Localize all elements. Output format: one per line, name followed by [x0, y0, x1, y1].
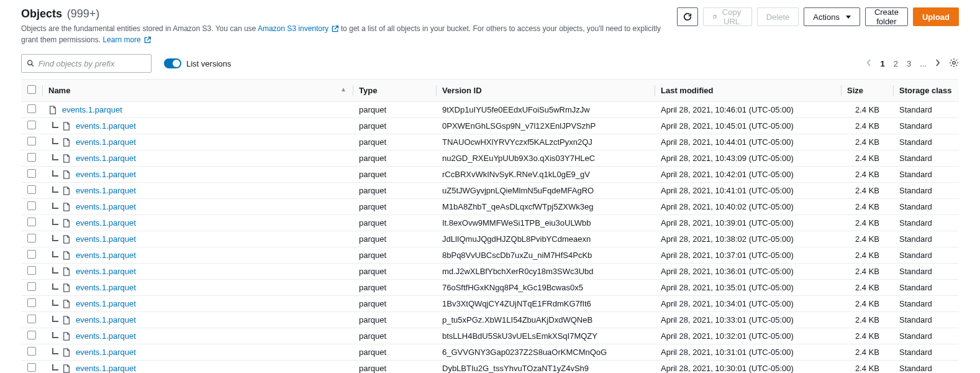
file-icon: [62, 316, 71, 325]
object-link[interactable]: events.1.parquet: [76, 283, 136, 292]
row-checkbox[interactable]: [27, 153, 36, 162]
cell-version-id: M1bA8ZhbT_qeAsDLqxcfWTpj5ZXWk3eg: [436, 199, 655, 215]
settings-button[interactable]: [949, 58, 959, 70]
caret-down-icon: [846, 16, 851, 19]
list-versions-label: List versions: [186, 59, 231, 68]
row-checkbox[interactable]: [27, 185, 36, 194]
object-link[interactable]: events.1.parquet: [76, 154, 136, 163]
search-icon: [27, 59, 35, 68]
row-checkbox[interactable]: [27, 137, 36, 145]
page-1[interactable]: 1: [880, 59, 884, 68]
list-versions-toggle[interactable]: [164, 58, 181, 68]
actions-menu-button[interactable]: Actions: [804, 7, 860, 26]
file-icon: [48, 106, 57, 114]
object-link[interactable]: events.1.parquet: [76, 170, 136, 179]
refresh-button[interactable]: [677, 7, 698, 26]
col-type[interactable]: Type: [353, 80, 436, 102]
cell-last-modified: April 28, 2021, 10:40:02 (UTC-05:00): [655, 199, 841, 215]
cell-last-modified: April 28, 2021, 10:37:01 (UTC-05:00): [655, 247, 841, 264]
object-link[interactable]: events.1.parquet: [62, 105, 122, 114]
s3-inventory-link[interactable]: Amazon S3 inventory: [258, 24, 329, 33]
row-checkbox[interactable]: [27, 234, 36, 242]
table-row: events.1.parquetparquet76oSftfHGxKNgq8P4…: [21, 280, 959, 296]
cell-storage-class: Standard: [893, 102, 959, 118]
object-link[interactable]: events.1.parquet: [76, 331, 136, 341]
table-row: events.1.parquetparquet0PXWEnGhLSGsp9N_v…: [21, 118, 959, 134]
file-icon: [62, 267, 71, 276]
row-checkbox[interactable]: [27, 315, 36, 323]
version-indent-icon: [52, 283, 58, 290]
cell-version-id: DybLBTIu2G_tssYhvuTOzaNT1yZ4vSh9: [436, 361, 655, 374]
object-link[interactable]: events.1.parquet: [76, 299, 136, 308]
row-checkbox[interactable]: [27, 104, 36, 113]
cell-type: parquet: [353, 312, 436, 328]
upload-button[interactable]: Upload: [913, 7, 959, 26]
search-box[interactable]: [21, 54, 152, 73]
cell-size: 2.4 KB: [841, 280, 893, 296]
version-indent-icon: [52, 203, 58, 209]
cell-storage-class: Standard: [893, 328, 959, 344]
object-link[interactable]: events.1.parquet: [76, 267, 136, 276]
cell-storage-class: Standard: [893, 280, 959, 296]
object-link[interactable]: events.1.parquet: [76, 315, 136, 325]
object-link[interactable]: events.1.parquet: [76, 348, 136, 357]
row-checkbox[interactable]: [27, 250, 36, 259]
page-prev[interactable]: [866, 59, 871, 68]
cell-last-modified: April 28, 2021, 10:46:01 (UTC-05:00): [655, 102, 841, 118]
svg-point-1: [953, 61, 955, 63]
row-checkbox[interactable]: [27, 266, 36, 275]
col-version-id[interactable]: Version ID: [436, 80, 655, 102]
object-link[interactable]: events.1.parquet: [76, 202, 136, 211]
version-indent-icon: [52, 235, 58, 241]
create-folder-button[interactable]: Create folder: [865, 7, 908, 26]
copy-url-button[interactable]: Copy URL: [703, 7, 751, 26]
col-last-modified[interactable]: Last modified: [655, 80, 841, 102]
row-checkbox[interactable]: [27, 347, 36, 356]
object-link[interactable]: events.1.parquet: [76, 234, 136, 244]
object-link[interactable]: events.1.parquet: [76, 121, 136, 131]
object-link[interactable]: events.1.parquet: [76, 364, 136, 373]
cell-storage-class: Standard: [893, 183, 959, 199]
page-3[interactable]: 3: [907, 59, 911, 68]
col-size[interactable]: Size: [841, 80, 893, 102]
object-link[interactable]: events.1.parquet: [76, 186, 136, 195]
object-link[interactable]: events.1.parquet: [76, 137, 136, 147]
cell-size: 2.4 KB: [841, 361, 893, 374]
page-next[interactable]: [935, 59, 940, 68]
cell-storage-class: Standard: [893, 344, 959, 361]
table-row: events.1.parquetparquetJdLlIQmuJQgdHJZQb…: [21, 231, 959, 247]
row-checkbox[interactable]: [27, 169, 36, 178]
table-row: events.1.parquetparquetuZ5tJWGyvjpnLQieM…: [21, 183, 959, 199]
search-input[interactable]: [39, 59, 146, 68]
col-name[interactable]: Name▲: [42, 80, 353, 102]
learn-more-link[interactable]: Learn more: [102, 35, 140, 44]
cell-storage-class: Standard: [893, 118, 959, 134]
file-icon: [62, 170, 71, 179]
cell-type: parquet: [353, 215, 436, 231]
cell-type: parquet: [353, 344, 436, 361]
row-checkbox[interactable]: [27, 218, 36, 226]
page-2[interactable]: 2: [894, 59, 898, 68]
row-checkbox[interactable]: [27, 331, 36, 339]
object-link[interactable]: events.1.parquet: [76, 251, 136, 260]
row-checkbox[interactable]: [27, 201, 36, 210]
row-checkbox[interactable]: [27, 282, 36, 291]
row-checkbox[interactable]: [27, 298, 36, 307]
cell-last-modified: April 28, 2021, 10:38:02 (UTC-05:00): [655, 231, 841, 247]
table-row: events.1.parquetparquetnu2GD_RXEuYpUUb9X…: [21, 150, 959, 167]
file-icon: [62, 219, 71, 228]
sort-indicator-icon: ▲: [340, 86, 347, 93]
object-link[interactable]: events.1.parquet: [76, 218, 136, 228]
table-row: events.1.parquetparquetp_tu5xPGz.XbW1LI5…: [21, 312, 959, 328]
delete-button[interactable]: Delete: [757, 7, 799, 26]
col-storage-class[interactable]: Storage class: [893, 80, 959, 102]
select-all-checkbox[interactable]: [27, 85, 36, 94]
page-subtitle: Objects are the fundamental entities sto…: [21, 23, 677, 45]
row-checkbox[interactable]: [27, 121, 36, 129]
cell-storage-class: Standard: [893, 296, 959, 312]
row-checkbox[interactable]: [27, 363, 36, 372]
cell-type: parquet: [353, 134, 436, 150]
cell-last-modified: April 28, 2021, 10:39:01 (UTC-05:00): [655, 215, 841, 231]
cell-size: 2.4 KB: [841, 102, 893, 118]
cell-type: parquet: [353, 328, 436, 344]
